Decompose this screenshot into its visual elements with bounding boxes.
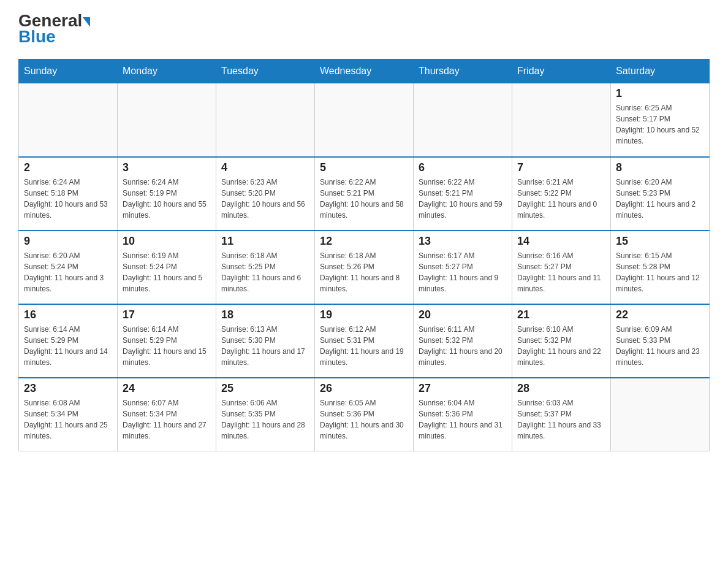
day-info: Sunrise: 6:24 AM Sunset: 5:19 PM Dayligh… <box>123 177 211 221</box>
day-info: Sunrise: 6:06 AM Sunset: 5:35 PM Dayligh… <box>221 397 309 442</box>
day-info: Sunrise: 6:24 AM Sunset: 5:18 PM Dayligh… <box>24 177 112 221</box>
day-info: Sunrise: 6:04 AM Sunset: 5:36 PM Dayligh… <box>419 397 507 442</box>
calendar-cell: 11Sunrise: 6:18 AM Sunset: 5:25 PM Dayli… <box>216 231 315 304</box>
day-info: Sunrise: 6:22 AM Sunset: 5:21 PM Dayligh… <box>320 177 408 221</box>
day-number: 6 <box>419 161 507 174</box>
day-number: 2 <box>24 161 112 174</box>
day-number: 26 <box>320 382 408 395</box>
day-info: Sunrise: 6:07 AM Sunset: 5:34 PM Dayligh… <box>123 397 211 442</box>
calendar-cell: 18Sunrise: 6:13 AM Sunset: 5:30 PM Dayli… <box>216 304 315 378</box>
calendar-cell: 26Sunrise: 6:05 AM Sunset: 5:36 PM Dayli… <box>315 378 414 451</box>
calendar-cell: 13Sunrise: 6:17 AM Sunset: 5:27 PM Dayli… <box>414 231 512 304</box>
day-number: 5 <box>320 161 408 174</box>
calendar-cell: 10Sunrise: 6:19 AM Sunset: 5:24 PM Dayli… <box>118 231 216 304</box>
calendar-cell <box>611 378 710 451</box>
calendar-cell: 14Sunrise: 6:16 AM Sunset: 5:27 PM Dayli… <box>512 231 611 304</box>
calendar-cell: 23Sunrise: 6:08 AM Sunset: 5:34 PM Dayli… <box>19 378 118 451</box>
calendar-cell: 9Sunrise: 6:20 AM Sunset: 5:24 PM Daylig… <box>19 231 118 304</box>
calendar-header-row: SundayMondayTuesdayWednesdayThursdayFrid… <box>19 59 710 83</box>
calendar-cell: 5Sunrise: 6:22 AM Sunset: 5:21 PM Daylig… <box>315 157 414 231</box>
day-number: 20 <box>419 308 507 321</box>
calendar-cell: 2Sunrise: 6:24 AM Sunset: 5:18 PM Daylig… <box>19 157 118 231</box>
day-info: Sunrise: 6:23 AM Sunset: 5:20 PM Dayligh… <box>221 177 309 221</box>
day-number: 16 <box>24 308 112 321</box>
day-info: Sunrise: 6:14 AM Sunset: 5:29 PM Dayligh… <box>123 324 211 368</box>
day-info: Sunrise: 6:09 AM Sunset: 5:33 PM Dayligh… <box>616 324 704 368</box>
day-info: Sunrise: 6:25 AM Sunset: 5:17 PM Dayligh… <box>616 102 704 147</box>
calendar-cell <box>512 83 611 157</box>
calendar-table: SundayMondayTuesdayWednesdayThursdayFrid… <box>18 59 710 451</box>
calendar-cell: 17Sunrise: 6:14 AM Sunset: 5:29 PM Dayli… <box>118 304 216 378</box>
day-info: Sunrise: 6:16 AM Sunset: 5:27 PM Dayligh… <box>517 250 605 294</box>
day-number: 28 <box>517 382 605 395</box>
calendar-cell: 15Sunrise: 6:15 AM Sunset: 5:28 PM Dayli… <box>611 231 710 304</box>
calendar-header-friday: Friday <box>512 59 611 83</box>
logo: General Blue <box>18 12 90 47</box>
calendar-cell <box>19 83 118 157</box>
calendar-cell: 12Sunrise: 6:18 AM Sunset: 5:26 PM Dayli… <box>315 231 414 304</box>
calendar-cell: 20Sunrise: 6:11 AM Sunset: 5:32 PM Dayli… <box>414 304 512 378</box>
calendar-header-wednesday: Wednesday <box>315 59 414 83</box>
day-number: 15 <box>616 235 704 248</box>
day-info: Sunrise: 6:10 AM Sunset: 5:32 PM Dayligh… <box>517 324 605 368</box>
calendar-cell: 1Sunrise: 6:25 AM Sunset: 5:17 PM Daylig… <box>611 83 710 157</box>
calendar-week-row: 9Sunrise: 6:20 AM Sunset: 5:24 PM Daylig… <box>19 231 710 304</box>
calendar-cell: 22Sunrise: 6:09 AM Sunset: 5:33 PM Dayli… <box>611 304 710 378</box>
day-info: Sunrise: 6:12 AM Sunset: 5:31 PM Dayligh… <box>320 324 408 368</box>
calendar-cell: 28Sunrise: 6:03 AM Sunset: 5:37 PM Dayli… <box>512 378 611 451</box>
calendar-cell: 3Sunrise: 6:24 AM Sunset: 5:19 PM Daylig… <box>118 157 216 231</box>
logo-blue: Blue <box>18 27 56 47</box>
calendar-header-sunday: Sunday <box>19 59 118 83</box>
calendar-week-row: 23Sunrise: 6:08 AM Sunset: 5:34 PM Dayli… <box>19 378 710 451</box>
calendar-cell: 27Sunrise: 6:04 AM Sunset: 5:36 PM Dayli… <box>414 378 512 451</box>
day-number: 19 <box>320 308 408 321</box>
day-number: 10 <box>123 235 211 248</box>
calendar-cell: 24Sunrise: 6:07 AM Sunset: 5:34 PM Dayli… <box>118 378 216 451</box>
calendar-week-row: 16Sunrise: 6:14 AM Sunset: 5:29 PM Dayli… <box>19 304 710 378</box>
calendar-cell: 7Sunrise: 6:21 AM Sunset: 5:22 PM Daylig… <box>512 157 611 231</box>
day-number: 11 <box>221 235 309 248</box>
day-info: Sunrise: 6:05 AM Sunset: 5:36 PM Dayligh… <box>320 397 408 442</box>
calendar-header-saturday: Saturday <box>611 59 710 83</box>
day-info: Sunrise: 6:19 AM Sunset: 5:24 PM Dayligh… <box>123 250 211 294</box>
calendar-cell <box>315 83 414 157</box>
day-number: 17 <box>123 308 211 321</box>
calendar-cell <box>118 83 216 157</box>
day-info: Sunrise: 6:21 AM Sunset: 5:22 PM Dayligh… <box>517 177 605 221</box>
day-info: Sunrise: 6:08 AM Sunset: 5:34 PM Dayligh… <box>24 397 112 442</box>
calendar-cell: 21Sunrise: 6:10 AM Sunset: 5:32 PM Dayli… <box>512 304 611 378</box>
day-number: 27 <box>419 382 507 395</box>
day-number: 21 <box>517 308 605 321</box>
calendar-cell: 4Sunrise: 6:23 AM Sunset: 5:20 PM Daylig… <box>216 157 315 231</box>
calendar-cell: 16Sunrise: 6:14 AM Sunset: 5:29 PM Dayli… <box>19 304 118 378</box>
day-number: 24 <box>123 382 211 395</box>
day-info: Sunrise: 6:20 AM Sunset: 5:24 PM Dayligh… <box>24 250 112 294</box>
day-number: 18 <box>221 308 309 321</box>
day-info: Sunrise: 6:18 AM Sunset: 5:26 PM Dayligh… <box>320 250 408 294</box>
day-number: 13 <box>419 235 507 248</box>
day-info: Sunrise: 6:03 AM Sunset: 5:37 PM Dayligh… <box>517 397 605 442</box>
day-number: 7 <box>517 161 605 174</box>
day-info: Sunrise: 6:15 AM Sunset: 5:28 PM Dayligh… <box>616 250 704 294</box>
day-info: Sunrise: 6:22 AM Sunset: 5:21 PM Dayligh… <box>419 177 507 221</box>
day-number: 14 <box>517 235 605 248</box>
calendar-cell <box>216 83 315 157</box>
calendar-header-thursday: Thursday <box>414 59 512 83</box>
calendar-cell <box>414 83 512 157</box>
day-info: Sunrise: 6:13 AM Sunset: 5:30 PM Dayligh… <box>221 324 309 368</box>
day-info: Sunrise: 6:17 AM Sunset: 5:27 PM Dayligh… <box>419 250 507 294</box>
day-number: 25 <box>221 382 309 395</box>
day-number: 9 <box>24 235 112 248</box>
day-info: Sunrise: 6:14 AM Sunset: 5:29 PM Dayligh… <box>24 324 112 368</box>
calendar-cell: 6Sunrise: 6:22 AM Sunset: 5:21 PM Daylig… <box>414 157 512 231</box>
day-number: 12 <box>320 235 408 248</box>
day-info: Sunrise: 6:11 AM Sunset: 5:32 PM Dayligh… <box>419 324 507 368</box>
day-info: Sunrise: 6:18 AM Sunset: 5:25 PM Dayligh… <box>221 250 309 294</box>
calendar-header-tuesday: Tuesday <box>216 59 315 83</box>
page-header: General Blue <box>18 12 710 47</box>
day-number: 4 <box>221 161 309 174</box>
day-number: 22 <box>616 308 704 321</box>
day-number: 8 <box>616 161 704 174</box>
calendar-header-monday: Monday <box>118 59 216 83</box>
calendar-week-row: 1Sunrise: 6:25 AM Sunset: 5:17 PM Daylig… <box>19 83 710 157</box>
